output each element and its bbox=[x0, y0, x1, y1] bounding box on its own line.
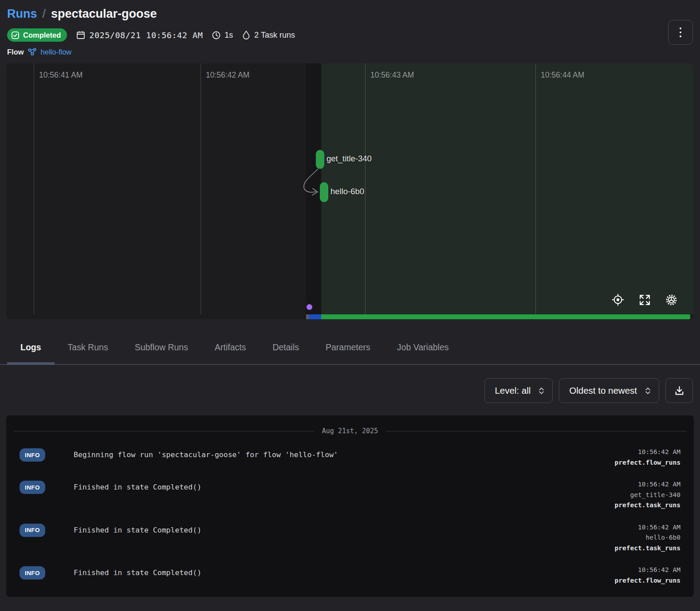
log-level-badge: INFO bbox=[20, 524, 45, 537]
run-datetime-value: 2025/08/21 10:56:42 AM bbox=[89, 31, 203, 40]
minimap-marker-dot[interactable] bbox=[307, 304, 312, 310]
log-entry: INFO Finished in state Completed() 10:56… bbox=[6, 517, 694, 560]
chevron-updown-icon bbox=[539, 387, 544, 395]
log-level-value: Level: all bbox=[495, 385, 531, 396]
log-message: Finished in state Completed() bbox=[74, 522, 606, 534]
run-datetime: 2025/08/21 10:56:42 AM bbox=[76, 30, 203, 40]
log-level-badge: INFO bbox=[20, 481, 45, 494]
log-timestamp: 10:56:42 AM bbox=[615, 522, 680, 533]
run-duration: 1s bbox=[212, 31, 233, 40]
flow-run-page: Runs / spectacular-goose Completed bbox=[0, 0, 700, 611]
task-bar-label[interactable]: hello-6b0 bbox=[330, 187, 364, 196]
log-logger-name: prefect.task_runs bbox=[615, 500, 680, 511]
download-logs-button[interactable] bbox=[665, 378, 693, 403]
flow-name-link[interactable]: hello-flow bbox=[41, 48, 72, 56]
gear-icon bbox=[665, 294, 678, 306]
task-run-icon bbox=[242, 30, 251, 40]
completed-check-icon bbox=[11, 31, 20, 39]
task-bar-label[interactable]: get_title-340 bbox=[326, 154, 372, 164]
log-entry: INFO Beginning flow run 'spectacular-goo… bbox=[6, 441, 694, 474]
log-entry: INFO Finished in state Completed() 10:56… bbox=[6, 474, 694, 517]
status-label: Completed bbox=[23, 31, 61, 39]
tab-artifacts[interactable]: Artifacts bbox=[201, 332, 259, 364]
crosshair-icon bbox=[611, 293, 625, 306]
more-actions-button[interactable] bbox=[668, 20, 693, 45]
chevron-updown-icon bbox=[645, 387, 651, 395]
download-icon bbox=[674, 385, 685, 396]
log-entry-meta: 10:56:42 AM get_title-340 prefect.task_r… bbox=[615, 479, 680, 511]
log-level-badge: INFO bbox=[20, 566, 45, 580]
calendar-icon bbox=[76, 30, 86, 40]
log-task-name: hello-6b0 bbox=[615, 533, 680, 543]
breadcrumb-separator: / bbox=[43, 7, 46, 21]
minimap-blue-segment[interactable] bbox=[309, 314, 321, 319]
log-entry-meta: 10:56:42 AM hello-6b0 prefect.task_runs bbox=[615, 522, 680, 554]
task-run-timeline[interactable]: 10:56:41 AM 10:56:42 AM 10:56:43 AM 10:5… bbox=[6, 63, 694, 319]
timeline-settings-button[interactable] bbox=[665, 294, 678, 306]
kebab-icon bbox=[680, 27, 681, 29]
run-meta-row: Completed 2025/08/21 10:56:42 AM 1s bbox=[7, 28, 693, 42]
tick-label: 10:56:44 AM bbox=[541, 70, 584, 80]
tab-details[interactable]: Details bbox=[259, 332, 312, 364]
log-timestamp: 10:56:42 AM bbox=[615, 479, 680, 490]
log-sort-value: Oldest to newest bbox=[569, 385, 637, 396]
log-level-badge: INFO bbox=[20, 448, 45, 462]
tab-job-variables[interactable]: Job Variables bbox=[384, 332, 462, 364]
log-entry-meta: 10:56:42 AM prefect.flow_runs bbox=[615, 447, 680, 468]
log-message: Finished in state Completed() bbox=[74, 479, 606, 491]
log-logger-name: prefect.flow_runs bbox=[615, 576, 680, 586]
gridline bbox=[34, 63, 34, 314]
gridline bbox=[535, 63, 536, 314]
log-task-name: get_title-340 bbox=[615, 490, 680, 501]
log-logger-name: prefect.flow_runs bbox=[615, 458, 680, 468]
log-filter-row: Level: all Oldest to newest bbox=[7, 378, 693, 403]
log-message: Beginning flow run 'spectacular-goose' f… bbox=[74, 447, 606, 459]
detail-tabs: Logs Task Runs Subflow Runs Artifacts De… bbox=[0, 332, 700, 365]
clock-icon bbox=[212, 31, 221, 40]
log-logger-name: prefect.task_runs bbox=[615, 543, 680, 554]
log-level-select[interactable]: Level: all bbox=[484, 378, 553, 403]
log-date-label: Aug 21st, 2025 bbox=[322, 427, 378, 435]
log-timestamp: 10:56:42 AM bbox=[615, 447, 680, 458]
log-entry-meta: 10:56:42 AM prefect.flow_runs bbox=[615, 565, 680, 586]
tick-label: 10:56:41 AM bbox=[39, 70, 83, 80]
tick-label: 10:56:42 AM bbox=[206, 70, 249, 80]
page-header: Runs / spectacular-goose Completed bbox=[0, 0, 700, 56]
gridline bbox=[365, 63, 366, 314]
tab-subflow-runs[interactable]: Subflow Runs bbox=[122, 332, 201, 364]
breadcrumb-runs-link[interactable]: Runs bbox=[7, 7, 37, 21]
task-run-count-value: 2 Task runs bbox=[254, 31, 295, 40]
log-list-card: Aug 21st, 2025 INFO Beginning flow run '… bbox=[6, 415, 694, 597]
run-duration-value: 1s bbox=[224, 31, 233, 40]
log-entry: INFO Finished in state Completed() 10:56… bbox=[6, 559, 694, 591]
page-title: spectacular-goose bbox=[51, 7, 157, 21]
task-run-count: 2 Task runs bbox=[242, 30, 295, 40]
breadcrumb: Runs / spectacular-goose bbox=[7, 7, 693, 21]
flow-label: Flow bbox=[7, 48, 24, 56]
tab-logs[interactable]: Logs bbox=[7, 332, 55, 364]
log-date-separator: Aug 21st, 2025 bbox=[6, 427, 694, 441]
log-message: Finished in state Completed() bbox=[74, 565, 606, 577]
log-sort-select[interactable]: Oldest to newest bbox=[559, 378, 659, 403]
flow-run-span-region bbox=[321, 63, 694, 314]
log-timestamp: 10:56:42 AM bbox=[615, 565, 680, 576]
task-bar-hello[interactable] bbox=[320, 182, 328, 202]
recenter-button[interactable] bbox=[611, 293, 625, 306]
tab-parameters[interactable]: Parameters bbox=[312, 332, 384, 364]
flow-row: Flow hello-flow bbox=[7, 47, 693, 56]
tab-task-runs[interactable]: Task Runs bbox=[55, 332, 122, 364]
tick-label: 10:56:43 AM bbox=[370, 70, 414, 80]
timeline-controls bbox=[611, 293, 678, 306]
gridline bbox=[201, 63, 201, 314]
expand-icon bbox=[639, 294, 651, 306]
status-badge: Completed bbox=[7, 28, 67, 42]
minimap-flow-span-bar[interactable] bbox=[321, 314, 690, 319]
flow-icon bbox=[28, 47, 37, 56]
fullscreen-button[interactable] bbox=[639, 294, 651, 306]
task-bar-get-title[interactable] bbox=[316, 150, 324, 169]
